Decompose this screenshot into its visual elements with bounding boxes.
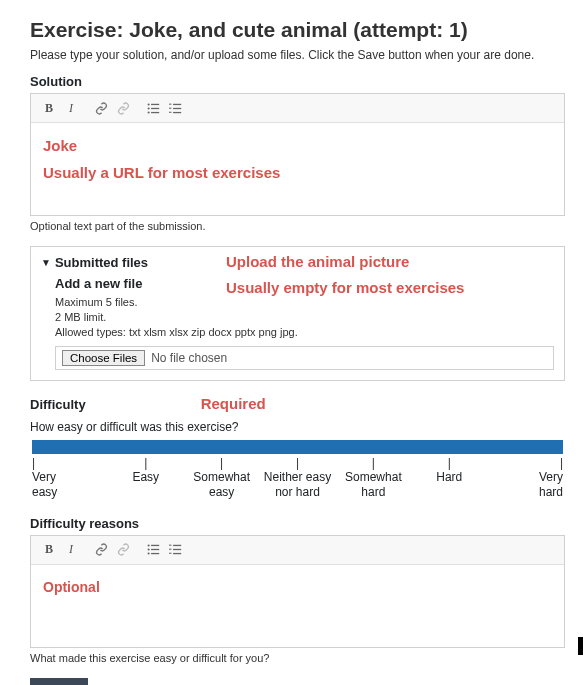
italic-icon[interactable]: I xyxy=(61,540,81,560)
svg-rect-10 xyxy=(169,107,171,108)
link-icon[interactable] xyxy=(91,98,111,118)
solution-annotation-2: Usually a URL for most exercises xyxy=(43,164,552,181)
svg-rect-23 xyxy=(169,553,171,554)
svg-rect-3 xyxy=(151,107,159,108)
difficulty-label: Difficulty xyxy=(30,397,86,412)
svg-point-0 xyxy=(147,103,149,105)
difficulty-option-3[interactable]: Neither easynor hard xyxy=(260,470,336,500)
solution-editor: B I Joke Usually a URL for most exercise… xyxy=(30,93,565,216)
reasons-annotation: Optional xyxy=(43,579,552,595)
svg-point-14 xyxy=(147,548,149,550)
svg-rect-7 xyxy=(173,107,181,108)
difficulty-option-1[interactable]: Easy xyxy=(108,470,184,500)
difficulty-ticks: | | | | | | | xyxy=(30,456,565,470)
svg-rect-17 xyxy=(151,553,159,554)
solution-help: Optional text part of the submission. xyxy=(30,220,565,232)
bullet-list-icon[interactable] xyxy=(143,540,163,560)
choose-files-button[interactable]: Choose Files xyxy=(62,350,145,366)
difficulty-option-2[interactable]: Somewhateasy xyxy=(184,470,260,500)
files-heading: Submitted files xyxy=(55,255,148,270)
difficulty-option-5[interactable]: Hard xyxy=(411,470,487,500)
difficulty-required-annotation: Required xyxy=(201,395,266,412)
solution-textarea[interactable]: Joke Usually a URL for most exercises xyxy=(31,123,564,215)
files-annotation-2: Usually empty for most exercises xyxy=(226,279,464,296)
difficulty-option-4[interactable]: Somewhathard xyxy=(335,470,411,500)
difficulty-option-0[interactable]: Veryeasy xyxy=(32,470,108,500)
svg-point-4 xyxy=(147,111,149,113)
svg-rect-19 xyxy=(173,549,181,550)
triangle-down-icon: ▼ xyxy=(41,257,51,268)
difficulty-labels: Veryeasy Easy Somewhateasy Neither easyn… xyxy=(30,470,565,500)
reasons-textarea[interactable]: Optional xyxy=(31,565,564,647)
link-icon[interactable] xyxy=(91,540,111,560)
svg-rect-20 xyxy=(173,553,181,554)
difficulty-slider-block: | | | | | | | Veryeasy Easy Somewhateasy… xyxy=(30,440,565,500)
svg-rect-6 xyxy=(173,103,181,104)
page-title: Exercise: Joke, and cute animal (attempt… xyxy=(30,18,565,42)
bold-icon[interactable]: B xyxy=(39,540,59,560)
constraint-max: Maximum 5 files. xyxy=(55,295,554,310)
unlink-icon[interactable] xyxy=(113,98,133,118)
reasons-editor: B I Optional xyxy=(30,535,565,648)
italic-icon[interactable]: I xyxy=(61,98,81,118)
no-file-chosen-text: No file chosen xyxy=(151,351,227,365)
solution-label: Solution xyxy=(30,74,565,89)
reasons-label: Difficulty reasons xyxy=(30,516,565,531)
difficulty-option-6[interactable]: Veryhard xyxy=(487,470,563,500)
constraint-size: 2 MB limit. xyxy=(55,310,554,325)
solution-toolbar: B I xyxy=(31,94,564,123)
svg-rect-15 xyxy=(151,549,159,550)
svg-rect-18 xyxy=(173,545,181,546)
side-marker xyxy=(578,637,583,655)
difficulty-slider[interactable] xyxy=(32,440,563,454)
svg-rect-9 xyxy=(169,103,171,104)
svg-rect-13 xyxy=(151,545,159,546)
file-input-row: Choose Files No file chosen xyxy=(55,346,554,370)
unlink-icon[interactable] xyxy=(113,540,133,560)
svg-rect-22 xyxy=(169,549,171,550)
number-list-icon[interactable] xyxy=(165,98,185,118)
svg-rect-21 xyxy=(169,545,171,546)
number-list-icon[interactable] xyxy=(165,540,185,560)
bold-icon[interactable]: B xyxy=(39,98,59,118)
svg-rect-1 xyxy=(151,103,159,104)
svg-rect-11 xyxy=(169,111,171,112)
bullet-list-icon[interactable] xyxy=(143,98,163,118)
solution-annotation-1: Joke xyxy=(43,137,552,154)
save-button[interactable]: Save xyxy=(30,678,88,685)
files-panel: Upload the animal picture Usually empty … xyxy=(30,246,565,381)
file-constraints: Maximum 5 files. 2 MB limit. Allowed typ… xyxy=(55,295,554,340)
svg-rect-8 xyxy=(173,111,181,112)
svg-point-2 xyxy=(147,107,149,109)
reasons-toolbar: B I xyxy=(31,536,564,565)
page-instructions: Please type your solution, and/or upload… xyxy=(30,48,565,62)
files-annotation-1: Upload the animal picture xyxy=(226,253,409,270)
svg-point-12 xyxy=(147,544,149,546)
reasons-help: What made this exercise easy or difficul… xyxy=(30,652,565,664)
files-disclosure-toggle[interactable]: ▼ Submitted files xyxy=(41,255,148,270)
svg-point-16 xyxy=(147,553,149,555)
constraint-types: Allowed types: txt xlsm xlsx zip docx pp… xyxy=(55,325,554,340)
difficulty-question: How easy or difficult was this exercise? xyxy=(30,420,565,434)
svg-rect-5 xyxy=(151,111,159,112)
